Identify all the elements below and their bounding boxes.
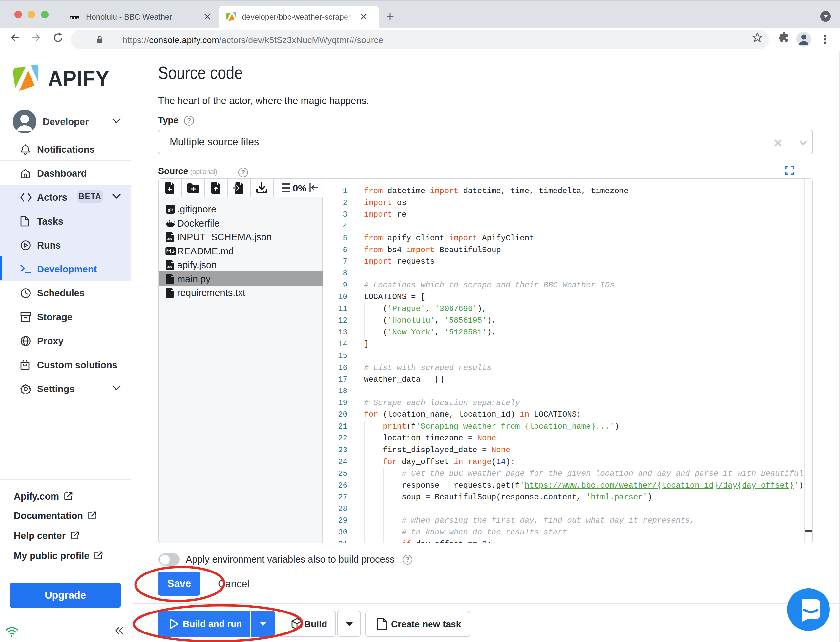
svg-text:B: B (70, 16, 73, 19)
svg-text:git: git (168, 207, 173, 212)
svg-text:B: B (73, 16, 76, 19)
svg-text:</>: </> (167, 265, 172, 269)
svg-text:</>: </> (167, 237, 172, 241)
svg-text:C: C (77, 16, 79, 19)
